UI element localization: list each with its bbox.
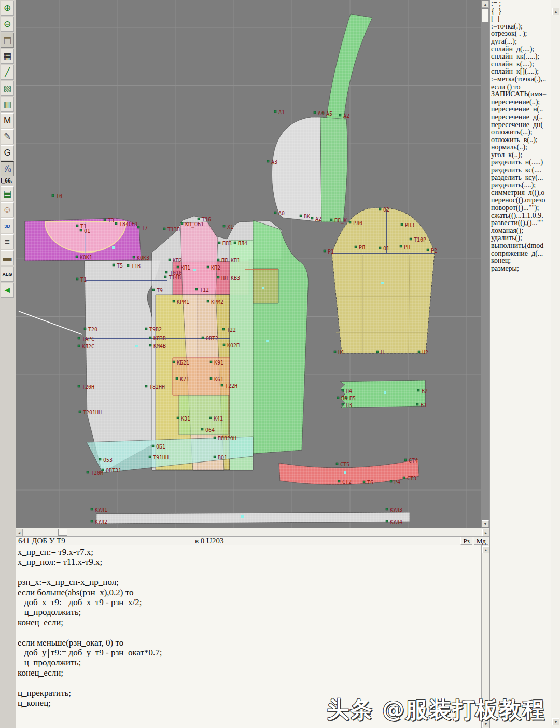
point-label: Т1 <box>80 277 87 283</box>
point-label: КО2П <box>227 343 240 348</box>
drafting-tools-icon[interactable]: ✎ <box>1 129 14 144</box>
point-label: СТ5 <box>340 461 349 467</box>
hood-left-hatch <box>272 117 321 222</box>
command-item[interactable]: перенос(().отрезо <box>490 197 551 204</box>
command-item[interactable]: разделить н(.....) <box>490 159 551 166</box>
command-item[interactable]: разделить кс(.... <box>490 166 551 174</box>
front-bodice-hatch <box>253 220 308 454</box>
point-label: ВК <box>304 214 310 219</box>
command-item[interactable]: сплайн кк(.....); <box>490 53 551 61</box>
point-label: ПЛ4 <box>238 241 247 246</box>
command-item[interactable]: дуга(...); <box>490 38 551 46</box>
pattern-drawing[interactable]: Т0Т3Т84ОБ1Т1О1Т7КОК1КОК3Т5Т1ВТ1Т20ТАРСКЛ… <box>16 0 481 528</box>
code-line: если меньше(рзн_окат, 0) то <box>18 638 481 648</box>
spreadsheet-icon[interactable]: ▤ <box>1 186 14 201</box>
command-item[interactable]: пересечение дн( <box>490 121 551 129</box>
command-item[interactable]: ломаная(); <box>490 227 551 235</box>
command-item[interactable]: выполнить(dmod <box>490 242 551 250</box>
scroll-left-icon[interactable]: ◄ <box>16 529 23 536</box>
scroll-right-icon[interactable]: ► <box>482 529 489 536</box>
pattern-canvas[interactable]: Т0Т3Т84ОБ1Т1О1Т7КОК1КОК3Т5Т1ВТ1Т20ТАРСКЛ… <box>16 0 481 528</box>
point-label: Н <box>381 349 384 355</box>
command-item[interactable]: := ; <box>490 0 551 8</box>
command-item[interactable]: размеры; <box>490 265 551 273</box>
command-item[interactable]: :=метка(точка(.),.. <box>490 76 551 83</box>
command-item[interactable]: [ ] <box>490 15 551 23</box>
scroll-up-icon[interactable]: ▲ <box>482 546 489 553</box>
pattern-sheet-icon[interactable]: ▤ <box>1 33 14 48</box>
point-label: В2 <box>422 388 428 394</box>
scroll-down-icon[interactable]: ▼ <box>482 520 489 527</box>
command-item[interactable]: развести((),()..."" <box>490 219 551 227</box>
point-label: СТ4 <box>409 458 418 464</box>
command-item[interactable]: если () то <box>490 83 551 91</box>
g-letter-icon[interactable]: G <box>1 145 14 160</box>
canvas-hscroll-thumb[interactable] <box>58 529 67 536</box>
md-button[interactable]: Мд <box>474 537 488 545</box>
zoom-out-icon[interactable]: ⊖ <box>1 17 14 32</box>
command-item[interactable]: сплайн к[](....); <box>490 68 551 76</box>
point-label: РП3 <box>405 222 414 228</box>
books-icon[interactable]: ▬ <box>1 250 14 265</box>
point-label: ОБ1 <box>156 444 165 450</box>
point-label: В1 <box>421 402 427 408</box>
code-line: х_пр_пол:= т11.х-т9.х; <box>18 557 481 567</box>
point-label: Т7 <box>142 225 148 231</box>
rz-button[interactable]: Рз <box>460 537 472 545</box>
canvas-hscrollbar[interactable]: ◄ ► <box>16 528 489 536</box>
command-item[interactable]: { } <box>490 8 551 16</box>
point-label: Р1 <box>328 249 334 255</box>
point-label: Р2 <box>431 248 437 254</box>
point-label: Н1 <box>338 349 344 355</box>
command-item[interactable]: нормаль(..); <box>490 144 551 151</box>
command-item[interactable]: удалить(); <box>490 234 551 242</box>
alg-icon[interactable]: ALG <box>1 267 14 282</box>
command-item[interactable]: разделить ксу(... <box>490 174 551 182</box>
command-item[interactable]: пересечение н(.. <box>490 106 551 114</box>
command-item[interactable]: пересечение д(.. <box>490 114 551 121</box>
point-label: КОК3 <box>137 255 149 261</box>
sheet-map-icon[interactable]: ▧ <box>1 81 14 96</box>
command-item[interactable]: ЗАПИСАТЬ(имя= <box>490 91 551 99</box>
portrait-icon[interactable]: ☺ <box>1 202 14 217</box>
command-item[interactable]: пересечение(..); <box>490 99 551 106</box>
command-item[interactable]: отрезок( . ); <box>490 30 551 38</box>
list-icon[interactable]: ≡ <box>1 234 14 249</box>
zoom-in-icon[interactable]: ⊕ <box>1 1 14 16</box>
grid-icon[interactable]: ▦ <box>1 49 14 64</box>
3d-icon[interactable]: 3D <box>1 218 14 233</box>
scroll-up-icon[interactable]: ▲ <box>552 8 559 15</box>
pattern-frame-icon[interactable]: ▥ <box>1 97 14 112</box>
command-item[interactable]: :=точка(.); <box>490 23 551 31</box>
segment-icon[interactable]: ╱ <box>1 65 14 80</box>
left-toolbar: ⊕⊖▤▦╱▧▥M✎G⅞i_66.▤☺3D≡▬ALG◄ <box>0 0 16 728</box>
sizes-table-icon[interactable]: ⅞ <box>1 161 14 176</box>
scroll-up-icon[interactable]: ▲ <box>482 1 489 8</box>
command-item[interactable]: угол к(..); <box>490 151 551 159</box>
point-label: Т1В <box>131 263 141 269</box>
point-label: Т10Р <box>414 237 426 243</box>
command-item[interactable]: сплайн д(....); <box>490 46 551 53</box>
canvas-vscroll-thumb[interactable] <box>482 9 489 22</box>
point-label: СТ3 <box>407 475 416 481</box>
command-item[interactable]: отложить(...); <box>490 129 551 136</box>
exit-icon[interactable]: ◄ <box>1 283 14 298</box>
command-item[interactable]: сопряжение д(... <box>490 250 551 258</box>
command-panel-scrollbar[interactable]: ▲ ▼ <box>551 0 560 728</box>
command-item[interactable]: сплайн к(....); <box>490 61 551 68</box>
command-item[interactable]: симметрия л((),о <box>490 189 551 197</box>
command-item[interactable]: сжать(()...1.1.0.9. <box>490 212 551 220</box>
command-item[interactable]: конец; <box>490 257 551 265</box>
sleeve-curve-strip-hatch <box>327 14 372 120</box>
command-item[interactable]: отложить в(..); <box>490 136 551 144</box>
point-label: ПЛ3 <box>222 241 232 246</box>
point-label: Р4 <box>394 479 400 485</box>
command-item[interactable]: разделить(....); <box>490 181 551 189</box>
pattern-m-icon[interactable]: M <box>1 113 14 128</box>
point-label: О53 <box>103 457 113 463</box>
canvas-vscrollbar[interactable]: ▲ ▼ <box>481 0 489 528</box>
status-current-line: 641 ДОБ У Т9 <box>18 537 65 545</box>
code-line: рзн_х:=х_пр_сп-х_пр_пол; <box>18 577 481 587</box>
command-item[interactable]: поворот(()...""); <box>490 204 551 212</box>
scroll-down-icon[interactable]: ▼ <box>552 718 559 725</box>
